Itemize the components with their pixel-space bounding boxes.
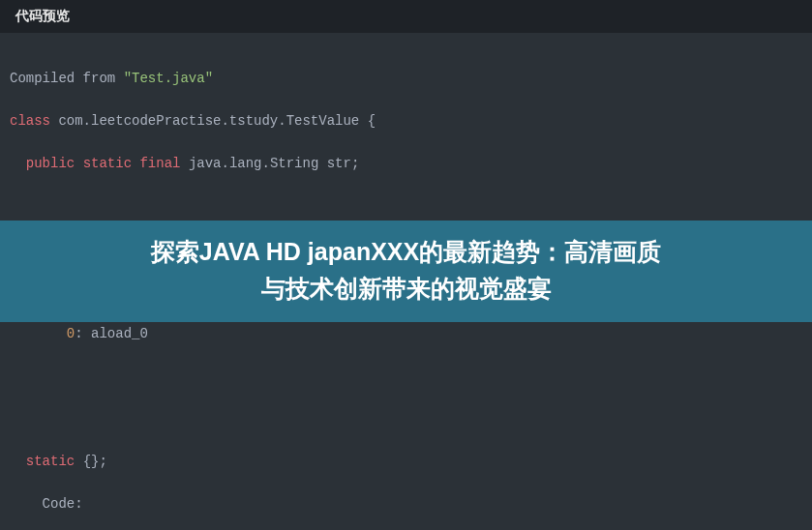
keyword: final <box>139 156 180 171</box>
keyword: public <box>26 156 75 171</box>
code-line: Code: <box>10 493 802 515</box>
code-line: static {}; <box>10 451 802 472</box>
code-line: public static final java.lang.String str… <box>10 153 802 174</box>
banner-line2: 与技术创新带来的视觉盛宴 <box>19 271 793 308</box>
header-title: 代码预览 <box>15 8 70 23</box>
type: java.lang.String str <box>180 156 350 171</box>
punct: ; <box>351 156 359 171</box>
code-line: 0: aload_0 <box>10 323 802 344</box>
offset: 0 <box>67 326 75 341</box>
keyword: static <box>83 156 132 171</box>
keyword: class <box>10 113 50 129</box>
keyword: static <box>26 454 75 469</box>
punct: {}; <box>75 454 107 469</box>
instr: aload_0 <box>83 326 148 341</box>
label: Code <box>10 496 75 512</box>
code-line <box>10 408 802 429</box>
punct: : <box>75 496 82 512</box>
header-bar: 代码预览 <box>0 0 812 33</box>
code-line: Compiled from "Test.java" <box>10 68 802 89</box>
overlay-banner: 探索JAVA HD japanXXX的最新趋势：高清画质 与技术创新带来的视觉盛… <box>0 221 812 322</box>
string-literal: "Test.java" <box>124 71 213 86</box>
class-name: com.leetcodePractise.tstudy.TestValue { <box>50 113 376 129</box>
banner-line1: 探索JAVA HD japanXXX的最新趋势：高清画质 <box>19 234 793 271</box>
punct: : <box>75 326 82 341</box>
code-line <box>10 195 802 217</box>
text: Compiled from <box>10 71 124 86</box>
code-line: class com.leetcodePractise.tstudy.TestVa… <box>10 110 802 132</box>
code-line <box>10 366 802 387</box>
